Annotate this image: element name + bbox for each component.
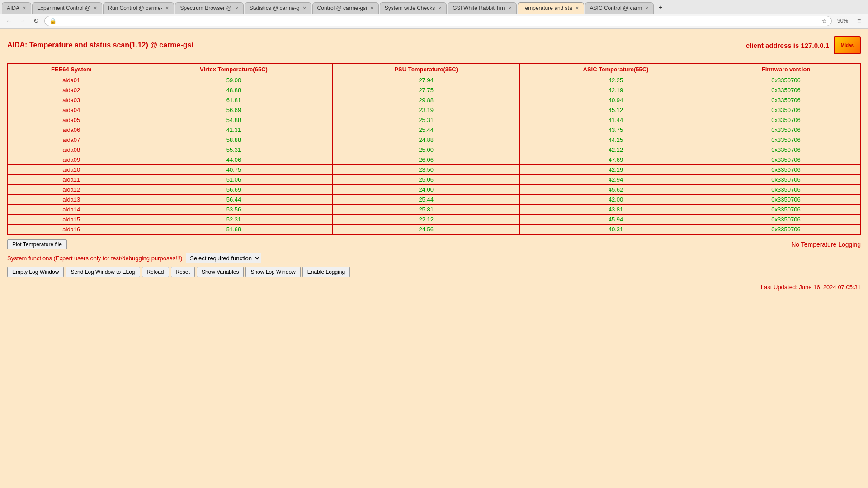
cell-virtex: 58.88: [135, 135, 333, 145]
cell-virtex: 48.88: [135, 85, 333, 95]
close-tab-icon[interactable]: ✕: [575, 5, 579, 11]
cell-firmware: 0x3350706: [712, 135, 860, 145]
cell-asic: 42.94: [520, 175, 712, 185]
cell-firmware: 0x3350706: [712, 115, 860, 125]
tab-asic-control[interactable]: ASIC Control @ carm ✕: [585, 2, 654, 14]
close-tab-icon[interactable]: ✕: [302, 5, 307, 11]
cell-asic: 44.25: [520, 135, 712, 145]
cell-system: aida14: [8, 205, 135, 215]
tab-bar: AIDA ✕ Experiment Control @ ✕ Run Contro…: [0, 0, 868, 14]
show-variables-button[interactable]: Show Variables: [197, 267, 244, 277]
cell-virtex: 56.44: [135, 195, 333, 205]
back-button[interactable]: ←: [4, 15, 14, 26]
cell-psu: 25.44: [333, 125, 520, 135]
cell-psu: 27.75: [333, 85, 520, 95]
cell-firmware: 0x3350706: [712, 175, 860, 185]
close-tab-icon[interactable]: ✕: [93, 5, 97, 11]
cell-psu: 23.19: [333, 105, 520, 115]
table-row: aida0456.6923.1945.120x3350706: [8, 105, 860, 115]
cell-psu: 25.06: [333, 175, 520, 185]
close-tab-icon[interactable]: ✕: [22, 5, 26, 11]
cell-asic: 41.44: [520, 115, 712, 125]
table-row: aida1651.6924.5640.310x3350706: [8, 225, 860, 235]
cell-psu: 23.50: [333, 165, 520, 175]
temperature-table: FEE64 System Virtex Temperature(65C) PSU…: [7, 63, 861, 235]
tab-aida[interactable]: AIDA ✕: [2, 2, 31, 14]
tab-spectrum[interactable]: Spectrum Browser @ ✕: [175, 2, 243, 14]
close-tab-icon[interactable]: ✕: [645, 5, 649, 11]
col-header-system: FEE64 System: [8, 63, 135, 75]
enable-logging-button[interactable]: Enable Logging: [302, 267, 350, 277]
table-row: aida1040.7523.5042.190x3350706: [8, 165, 860, 175]
cell-asic: 42.00: [520, 195, 712, 205]
page-header: AIDA: Temperature and status scan(1.12) …: [7, 33, 861, 57]
reload-button[interactable]: ↻: [31, 15, 42, 26]
cell-psu: 24.88: [333, 135, 520, 145]
table-row: aida0159.0027.9442.250x3350706: [8, 75, 860, 85]
empty-log-button[interactable]: Empty Log Window: [7, 267, 64, 277]
zoom-level: 90%: [835, 18, 851, 24]
close-tab-icon[interactable]: ✕: [235, 5, 239, 11]
cell-system: aida03: [8, 95, 135, 105]
cell-asic: 47.69: [520, 155, 712, 165]
close-tab-icon[interactable]: ✕: [508, 5, 512, 11]
cell-asic: 43.75: [520, 125, 712, 135]
bookmark-icon[interactable]: ☆: [821, 18, 827, 24]
address-bar: 🔒 localhost:8015/AIDA/TSCAN/TSCAN.tml ☆: [44, 16, 832, 26]
tab-gsi-white-rabbit[interactable]: GSI White Rabbit Tim ✕: [448, 2, 516, 14]
cell-firmware: 0x3350706: [712, 205, 860, 215]
cell-firmware: 0x3350706: [712, 165, 860, 175]
cell-psu: 24.56: [333, 225, 520, 235]
cell-system: aida09: [8, 155, 135, 165]
address-input[interactable]: localhost:8015/AIDA/TSCAN/TSCAN.tml: [59, 18, 819, 24]
close-tab-icon[interactable]: ✕: [165, 5, 169, 11]
reset-button[interactable]: Reset: [171, 267, 195, 277]
close-tab-icon[interactable]: ✕: [370, 5, 374, 11]
cell-psu: 22.12: [333, 215, 520, 225]
cell-virtex: 44.06: [135, 155, 333, 165]
tab-statistics[interactable]: Statistics @ carme-g ✕: [245, 2, 311, 14]
function-select[interactable]: Select required function: [186, 253, 261, 263]
tab-experiment[interactable]: Experiment Control @ ✕: [32, 2, 102, 14]
show-log-window-button[interactable]: Show Log Window: [245, 267, 300, 277]
cell-virtex: 52.31: [135, 215, 333, 225]
cell-firmware: 0x3350706: [712, 95, 860, 105]
extensions-button[interactable]: ≡: [854, 15, 864, 26]
table-row: aida1552.3122.1245.940x3350706: [8, 215, 860, 225]
plot-temperature-button[interactable]: Plot Temperature file: [7, 239, 67, 249]
cell-system: aida05: [8, 115, 135, 125]
table-row: aida1151.0625.0642.940x3350706: [8, 175, 860, 185]
tab-run-control[interactable]: Run Control @ carme- ✕: [103, 2, 174, 14]
cell-system: aida02: [8, 85, 135, 95]
table-row: aida1256.6924.0045.620x3350706: [8, 185, 860, 195]
cell-psu: 25.44: [333, 195, 520, 205]
midas-logo: Midas: [834, 36, 861, 54]
cell-system: aida16: [8, 225, 135, 235]
tab-control[interactable]: Control @ carme-gsi ✕: [312, 2, 379, 14]
page-title: AIDA: Temperature and status scan(1.12) …: [7, 41, 193, 49]
table-row: aida0758.8824.8844.250x3350706: [8, 135, 860, 145]
cell-firmware: 0x3350706: [712, 145, 860, 155]
table-row: aida0554.8825.3141.440x3350706: [8, 115, 860, 125]
tab-temperature[interactable]: Temperature and sta ✕: [518, 2, 584, 14]
cell-virtex: 61.81: [135, 95, 333, 105]
cell-psu: 25.31: [333, 115, 520, 125]
cell-system: aida11: [8, 175, 135, 185]
cell-system: aida10: [8, 165, 135, 175]
forward-button[interactable]: →: [17, 15, 28, 26]
cell-virtex: 59.00: [135, 75, 333, 85]
tab-system-checks[interactable]: System wide Checks ✕: [380, 2, 447, 14]
send-log-elog-button[interactable]: Send Log Window to ELog: [66, 267, 140, 277]
cell-asic: 42.25: [520, 75, 712, 85]
add-tab-button[interactable]: +: [655, 2, 666, 14]
last-updated: Last Updated: June 16, 2024 07:05:31: [7, 282, 861, 291]
cell-system: aida12: [8, 185, 135, 195]
cell-system: aida13: [8, 195, 135, 205]
cell-psu: 27.94: [333, 75, 520, 85]
cell-system: aida15: [8, 215, 135, 225]
system-functions-row: System functions (Expert users only for …: [7, 253, 861, 263]
table-row: aida0641.3125.4443.750x3350706: [8, 125, 860, 135]
table-row: aida0944.0626.0647.690x3350706: [8, 155, 860, 165]
close-tab-icon[interactable]: ✕: [438, 5, 442, 11]
reload-button[interactable]: Reload: [142, 267, 169, 277]
